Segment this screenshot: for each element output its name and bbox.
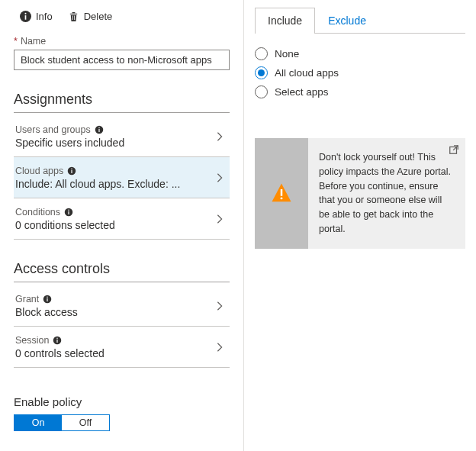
nav-cloud-apps[interactable]: Cloud apps Include: All cloud apps. Excl… [14, 157, 230, 198]
enable-policy-heading: Enable policy [14, 395, 230, 408]
toggle-off[interactable]: Off [62, 415, 109, 430]
access-controls-heading: Access controls [14, 261, 230, 282]
chevron-right-icon [214, 214, 225, 224]
radio-all-cloud-apps[interactable]: All cloud apps [255, 66, 465, 79]
info-icon [20, 11, 31, 22]
svg-rect-18 [57, 340, 58, 343]
include-exclude-tabs: Include Exclude [255, 8, 465, 34]
svg-point-16 [47, 296, 49, 298]
lockout-warning: Don't lock yourself out! This policy imp… [255, 138, 465, 249]
info-icon [95, 125, 104, 134]
svg-rect-15 [47, 298, 48, 301]
info-icon [43, 295, 52, 304]
trash-icon [68, 11, 79, 22]
nav-users-and-groups[interactable]: Users and groups Specific users included [14, 116, 230, 157]
toggle-on[interactable]: On [14, 415, 62, 430]
svg-rect-4 [74, 16, 75, 21]
chevron-right-icon [214, 131, 225, 142]
nav-grant[interactable]: Grant Block access [14, 285, 230, 327]
svg-point-10 [72, 168, 73, 169]
radio-select-apps[interactable]: Select apps [255, 85, 465, 98]
chevron-right-icon [214, 301, 225, 311]
chevron-right-icon [214, 172, 225, 183]
nav-session[interactable]: Session 0 controls selected [14, 327, 230, 368]
svg-line-23 [453, 146, 458, 150]
svg-point-19 [57, 337, 59, 339]
radio-circle-icon [255, 66, 268, 79]
policy-form-panel: Info Delete *Name Assignments Users and … [0, 0, 244, 451]
delete-label: Delete [84, 11, 113, 22]
policy-name-input[interactable] [14, 50, 230, 70]
tab-exclude[interactable]: Exclude [315, 8, 379, 34]
info-label: Info [36, 11, 53, 22]
enable-policy-toggle[interactable]: On Off [14, 414, 110, 431]
required-asterisk: * [14, 36, 18, 47]
svg-rect-20 [281, 189, 283, 196]
svg-rect-12 [68, 211, 69, 214]
tab-include[interactable]: Include [255, 8, 315, 34]
svg-point-7 [98, 127, 100, 128]
delete-button[interactable]: Delete [62, 8, 119, 25]
radio-circle-icon [255, 47, 268, 60]
warning-icon-column [255, 138, 308, 249]
cloud-apps-detail-panel: Include Exclude None All cloud apps Sele… [244, 0, 476, 451]
svg-rect-6 [98, 129, 99, 132]
warning-triangle-icon [270, 182, 293, 205]
info-icon [53, 336, 62, 345]
popout-icon[interactable] [449, 144, 459, 155]
info-icon [67, 166, 76, 176]
assignments-heading: Assignments [14, 92, 230, 113]
svg-rect-1 [25, 15, 27, 20]
svg-rect-3 [72, 16, 73, 21]
toolbar: Info Delete [14, 8, 230, 25]
svg-point-13 [68, 209, 69, 211]
radio-none[interactable]: None [255, 47, 465, 60]
warning-text: Don't lock yourself out! This policy imp… [319, 152, 451, 234]
svg-point-21 [281, 198, 283, 200]
nav-conditions[interactable]: Conditions 0 conditions selected [14, 198, 230, 240]
svg-point-2 [24, 13, 26, 14]
radio-circle-icon [255, 85, 268, 98]
name-label: *Name [14, 36, 230, 47]
svg-rect-9 [72, 170, 72, 173]
info-button[interactable]: Info [14, 8, 59, 25]
enable-policy-section: Enable policy On Off [14, 395, 230, 431]
info-icon [64, 208, 73, 217]
chevron-right-icon [214, 342, 225, 353]
